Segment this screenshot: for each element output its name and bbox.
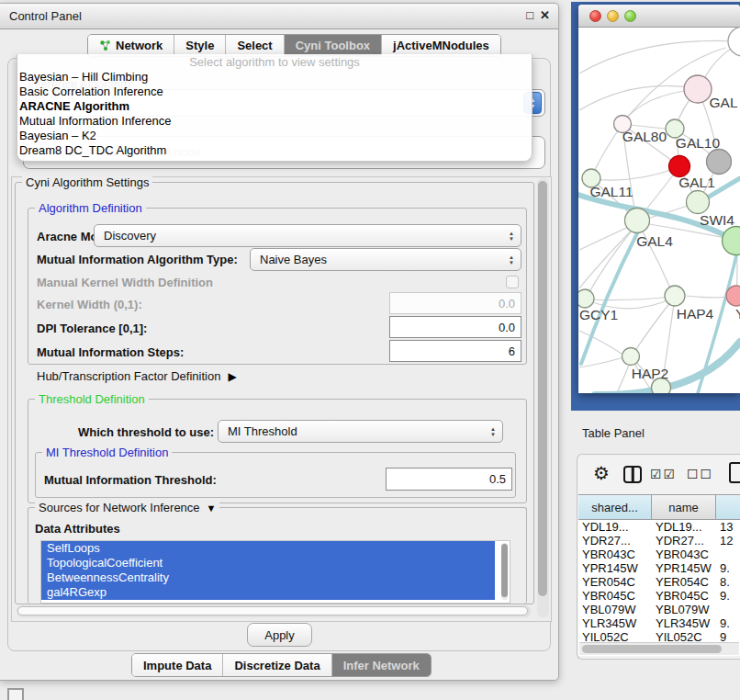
deselect-all-checkboxes-icon[interactable]: ☐☐ <box>687 467 713 481</box>
select-all-checkboxes-icon[interactable]: ☑☑ <box>650 467 677 481</box>
scrollbar-thumb[interactable] <box>501 544 508 597</box>
table-row[interactable]: YBL079W YBL079W <box>578 603 740 616</box>
tab-impute-data[interactable]: Impute Data <box>132 654 222 676</box>
minimize-traffic-light[interactable] <box>607 10 619 22</box>
cell[interactable]: YDR27... <box>578 534 652 548</box>
cell[interactable]: YER054C <box>652 575 716 589</box>
list-item-topologicalcoefficient[interactable]: TopologicalCoefficient <box>41 556 495 570</box>
dropdown-item-mutual-information[interactable]: Mutual Information Inference <box>17 114 532 129</box>
mi-steps-input[interactable]: 6 <box>389 340 521 362</box>
cell[interactable]: YDL19... <box>578 520 652 534</box>
close-traffic-light[interactable] <box>589 10 601 22</box>
cell[interactable]: YDL19... <box>652 520 716 534</box>
settings-horizontal-scrollbar[interactable] <box>17 605 531 617</box>
tab-impute-data-label: Impute Data <box>143 659 211 672</box>
cell[interactable]: YBL079W <box>578 603 652 616</box>
column-header-shared-name[interactable]: shared... <box>578 495 652 519</box>
table-row[interactable]: YER054C YER054C 8. <box>578 575 740 589</box>
kernel-width-input[interactable]: 0.0 <box>389 292 521 314</box>
table-row[interactable]: YPR145W YPR145W 9. <box>578 561 740 575</box>
cell[interactable] <box>716 603 740 616</box>
cell[interactable] <box>716 548 740 561</box>
tab-network[interactable]: Network <box>88 35 174 56</box>
network-node[interactable] <box>707 150 732 175</box>
list-scrollbar[interactable] <box>501 543 508 600</box>
cell[interactable]: YBR045C <box>578 589 652 603</box>
cell[interactable]: 13 <box>716 520 740 534</box>
cell[interactable]: YBR043C <box>652 548 716 561</box>
data-attributes-list[interactable]: SelfLoops TopologicalCoefficient Between… <box>40 540 510 604</box>
cell[interactable]: 8. <box>716 575 740 589</box>
tab-cyni-toolbox[interactable]: Cyni Toolbox <box>284 35 381 56</box>
table-row[interactable]: YDR27... YDR27... 12 <box>578 534 740 548</box>
export-table-icon[interactable] <box>729 462 740 483</box>
table-row[interactable]: YDL19... YDL19... 13 <box>578 520 740 534</box>
scrollbar-thumb[interactable] <box>17 606 528 615</box>
list-item-selfloops[interactable]: SelfLoops <box>41 541 495 556</box>
scrollbar-thumb[interactable] <box>582 645 722 653</box>
dropdown-item-bayesian-k2[interactable]: Bayesian – K2 <box>17 129 532 143</box>
network-canvas[interactable]: GAL GAL80 GAL10 GAL1 GAL11 SWI4 GAL4 GCY… <box>578 28 740 393</box>
column-header-name[interactable]: name <box>652 495 716 519</box>
taskbar-chip[interactable] <box>7 688 24 700</box>
mi-algorithm-type-select[interactable]: Naive Bayes ▲▼ <box>250 248 521 271</box>
node-label: HAP2 <box>632 366 669 381</box>
network-window-titlebar[interactable] <box>578 5 740 28</box>
table-row[interactable]: YBR043C YBR043C <box>578 548 740 561</box>
list-item-gal4rgexp[interactable]: gal4RGexp <box>41 585 495 600</box>
columns-icon[interactable] <box>623 466 642 483</box>
dpi-tolerance-input[interactable]: 0.0 <box>389 316 521 338</box>
kernel-width-value: 0.0 <box>499 297 515 310</box>
cell[interactable]: YBR043C <box>578 548 652 561</box>
control-panel-titlebar[interactable]: Control Panel □ ✕ <box>0 4 558 29</box>
network-node-swi4[interactable] <box>687 191 710 214</box>
tab-discretize-data[interactable]: Discretize Data <box>222 654 331 676</box>
tab-jactivemnodules[interactable]: jActiveMNodules <box>381 35 500 56</box>
dropdown-item-bayesian-hill-climbing[interactable]: Bayesian – Hill Climbing <box>17 70 532 85</box>
close-icon[interactable]: ✕ <box>540 8 550 22</box>
network-node[interactable] <box>684 75 712 103</box>
hub-definition-expander[interactable]: Hub/Transcription Factor Definition ▶ <box>37 369 237 383</box>
table-row[interactable]: YBR045C YBR045C 9. <box>578 589 740 603</box>
table-horizontal-scrollbar[interactable] <box>579 642 739 655</box>
dropdown-item-aracne[interactable]: ARACNE Algorithm <box>17 99 532 114</box>
scrollbar-thumb[interactable] <box>538 181 547 596</box>
column-header-clipped[interactable] <box>716 495 740 519</box>
apply-button[interactable]: Apply <box>247 623 312 647</box>
cell[interactable]: YPR145W <box>578 561 652 575</box>
network-node[interactable] <box>728 28 740 56</box>
cell[interactable]: YDR27... <box>652 534 716 548</box>
dropdown-item-basic-correlation[interactable]: Basic Correlation Inference <box>17 85 532 99</box>
table-row[interactable]: YLR345W YLR345W 9. <box>578 616 740 630</box>
network-node-hap2[interactable] <box>622 348 640 366</box>
aracne-mode-select[interactable]: Discovery ▲▼ <box>94 224 521 247</box>
network-node-hap4[interactable] <box>665 286 685 306</box>
network-node-gcy1[interactable] <box>578 289 594 308</box>
zoom-traffic-light[interactable] <box>624 10 636 22</box>
float-window-icon[interactable]: □ <box>526 8 533 22</box>
which-threshold-select[interactable]: MI Threshold ▲▼ <box>218 420 503 443</box>
cell[interactable]: 9. <box>716 616 740 630</box>
tab-select[interactable]: Select <box>225 35 283 56</box>
settings-vertical-scrollbar[interactable] <box>537 178 549 617</box>
tab-infer-network[interactable]: Infer Network <box>331 654 431 676</box>
mi-threshold-input[interactable]: 0.5 <box>386 468 512 491</box>
list-item-betweennesscentrality[interactable]: BetweennessCentrality <box>41 570 495 585</box>
cell[interactable]: YBR045C <box>652 589 716 603</box>
dropdown-item-dream8[interactable]: Dream8 DC_TDC Algorithm <box>17 143 532 158</box>
cell[interactable]: 9. <box>716 561 740 575</box>
cell[interactable]: YLR345W <box>652 616 716 630</box>
network-node-gal4[interactable] <box>625 209 650 233</box>
tab-style[interactable]: Style <box>174 35 225 56</box>
cell[interactable]: YER054C <box>578 575 652 589</box>
cell[interactable]: YPR145W <box>652 561 716 575</box>
cell[interactable]: YBL079W <box>652 603 716 616</box>
algorithm-dropdown-popup: Select algorithm to view settings Bayesi… <box>17 54 533 162</box>
cell[interactable]: 9. <box>716 589 740 603</box>
cell[interactable]: YLR345W <box>578 616 652 630</box>
sources-group-title-wrap[interactable]: Sources for Network Inference ▼ <box>35 501 219 514</box>
network-node[interactable] <box>723 227 740 255</box>
cell[interactable]: 12 <box>716 534 740 548</box>
gear-icon[interactable]: ⚙ <box>593 462 610 484</box>
manual-kernel-width-checkbox[interactable] <box>506 276 519 288</box>
